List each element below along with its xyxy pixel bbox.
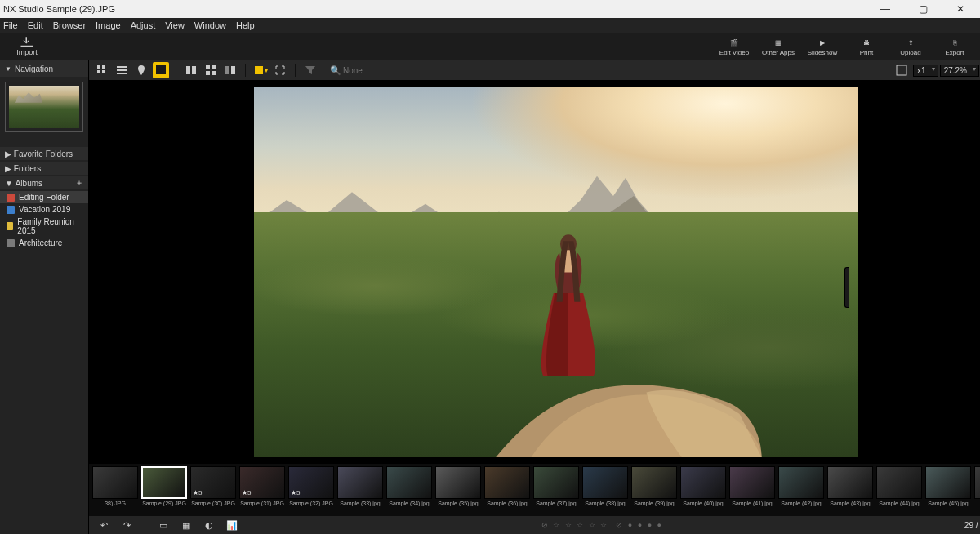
albums-label: Albums: [16, 179, 42, 188]
filter-icon[interactable]: [302, 62, 318, 78]
thumbnail-label: Sample (42).jpg: [778, 501, 824, 506]
menu-edit[interactable]: Edit: [28, 20, 43, 30]
star-badge: ★5: [242, 489, 251, 496]
window-maximize-button[interactable]: ▢: [906, 3, 939, 15]
thumbnail-label: Sample (36).jpg: [484, 501, 530, 506]
info-overlay-button[interactable]: ▭: [155, 517, 172, 533]
menu-view[interactable]: View: [165, 20, 185, 30]
top-actions: 🎬Edit Video▦Other Apps▶Slideshow🖶Print⇪U…: [715, 36, 973, 56]
album-color-dot: [7, 239, 15, 247]
rotate-cw-button[interactable]: ↷: [118, 517, 135, 533]
compare-4-button[interactable]: [203, 62, 219, 78]
thumbnail-image: [92, 466, 138, 499]
export-button[interactable]: ⎘Export: [936, 36, 973, 56]
album-item[interactable]: Editing Folder: [0, 191, 88, 203]
focus-point-button[interactable]: ◐: [201, 517, 217, 533]
navigator-thumbnail[interactable]: [5, 82, 83, 132]
thumbnail-label: Sample (31).JPG: [239, 501, 285, 506]
zoom-mode-select[interactable]: x1: [913, 65, 938, 77]
thumbnail-label: Sample (30).JPG: [190, 501, 236, 506]
thumbnail[interactable]: Sample (33).jpg: [337, 466, 383, 506]
histogram-overlay-button[interactable]: 📊: [224, 517, 240, 533]
thumbnail-label: Sample (43).jpg: [827, 501, 873, 506]
thumbnail[interactable]: Sample (44).jpg: [876, 466, 922, 506]
filter-input[interactable]: [341, 65, 390, 76]
slideshow-icon: ▶: [814, 36, 831, 49]
thumbnail[interactable]: Sample (29).JPG: [141, 466, 187, 506]
list-view-button[interactable]: [114, 62, 130, 78]
folders-header[interactable]: ▶ Folders: [0, 162, 88, 175]
rating-control[interactable]: ⊘ ☆ ☆ ☆ ☆ ☆ ⊘ ● ● ● ●: [541, 521, 663, 529]
menubar: FileEditBrowserImageAdjustViewWindowHelp: [0, 18, 980, 33]
fullscreen-button[interactable]: [893, 62, 910, 78]
svg-rect-9: [192, 66, 196, 74]
thumbnail[interactable]: Sample (37).jpg: [533, 466, 579, 506]
album-item[interactable]: Vacation 2019: [0, 203, 88, 216]
thumbnail[interactable]: Sample (38).jpg: [582, 466, 628, 506]
favorite-folders-header[interactable]: ▶ Favorite Folders: [0, 147, 88, 160]
svg-rect-2: [97, 70, 100, 73]
zoom-percent-select[interactable]: 27.2%: [940, 65, 979, 77]
thumbnail[interactable]: Sample (34).jpg: [386, 466, 432, 506]
add-album-button[interactable]: ＋: [75, 177, 83, 189]
navigation-header[interactable]: ▼Navigation: [0, 60, 88, 77]
thumbnail[interactable]: ★5Sample (32).JPG: [288, 466, 334, 506]
upload-button[interactable]: ⇪Upload: [892, 36, 929, 56]
thumbnail[interactable]: Sample (39).jpg: [631, 466, 677, 506]
import-button[interactable]: Import: [7, 37, 47, 56]
before-after-button[interactable]: [222, 62, 238, 78]
star-badge: ★5: [193, 489, 202, 496]
edit-video-button[interactable]: 🎬Edit Video: [715, 36, 753, 56]
menu-file[interactable]: File: [3, 20, 18, 30]
slideshow-button[interactable]: ▶Slideshow: [804, 36, 841, 56]
album-color-dot: [7, 206, 15, 214]
grid-overlay-button[interactable]: ▦: [178, 517, 194, 533]
thumbnail[interactable]: Sample (36).jpg: [484, 466, 530, 506]
grid-view-button[interactable]: [94, 62, 110, 78]
single-view-button[interactable]: [153, 62, 169, 78]
menu-help[interactable]: Help: [236, 20, 255, 30]
highlight-toggle-button[interactable]: ▾: [252, 62, 269, 78]
map-view-button[interactable]: [133, 62, 149, 78]
print-button[interactable]: 🖶Print: [848, 36, 885, 56]
thumbnail-label: Sample (39).jpg: [631, 501, 677, 506]
filter-field[interactable]: 🔍: [330, 65, 390, 76]
thumbnail[interactable]: Sample (42).jpg: [778, 466, 824, 506]
menu-image[interactable]: Image: [96, 20, 121, 30]
thumbnail[interactable]: 38).JPG: [92, 466, 138, 506]
rotate-ccw-button[interactable]: ↶: [96, 517, 112, 533]
thumbnail[interactable]: Sample (40).jpg: [680, 466, 726, 506]
svg-rect-10: [206, 65, 210, 69]
thumbnail[interactable]: Sample (4: [974, 466, 980, 506]
menu-adjust[interactable]: Adjust: [131, 20, 156, 30]
album-item[interactable]: Architecture: [0, 237, 88, 249]
window-close-button[interactable]: ✕: [944, 3, 977, 15]
fit-screen-button[interactable]: [272, 62, 288, 78]
thumbnail[interactable]: ★5Sample (31).JPG: [239, 466, 285, 506]
thumbnail[interactable]: Sample (43).jpg: [827, 466, 873, 506]
compare-2-button[interactable]: [183, 62, 199, 78]
svg-rect-5: [117, 69, 127, 71]
thumbnail[interactable]: ★5Sample (30).JPG: [190, 466, 236, 506]
window-minimize-button[interactable]: —: [869, 3, 902, 15]
thumbnail-label: Sample (33).jpg: [337, 501, 383, 506]
thumbnail[interactable]: Sample (41).jpg: [729, 466, 775, 506]
other-apps-button[interactable]: ▦Other Apps: [760, 36, 797, 56]
thumbnail-image: [386, 466, 432, 499]
favorite-folders-label: Favorite Folders: [14, 149, 73, 158]
menu-browser[interactable]: Browser: [53, 20, 86, 30]
thumbnail[interactable]: Sample (35).jpg: [435, 466, 481, 506]
svg-rect-8: [186, 66, 190, 74]
right-panel-collapse[interactable]: [844, 267, 849, 308]
svg-rect-4: [117, 66, 127, 68]
svg-rect-12: [206, 71, 210, 75]
svg-rect-3: [102, 70, 105, 73]
menu-window[interactable]: Window: [194, 20, 226, 30]
album-list: Editing FolderVacation 2019Family Reunio…: [0, 189, 88, 251]
thumbnail-label: Sample (40).jpg: [680, 501, 726, 506]
albums-header[interactable]: ▼ Albums＋: [0, 176, 88, 189]
album-item[interactable]: Family Reunion 2015: [0, 216, 88, 237]
filmstrip[interactable]: 38).JPGSample (29).JPG★5Sample (30).JPG★…: [89, 464, 980, 516]
thumbnail-label: Sample (4: [974, 501, 980, 506]
thumbnail[interactable]: Sample (45).jpg: [925, 466, 971, 506]
